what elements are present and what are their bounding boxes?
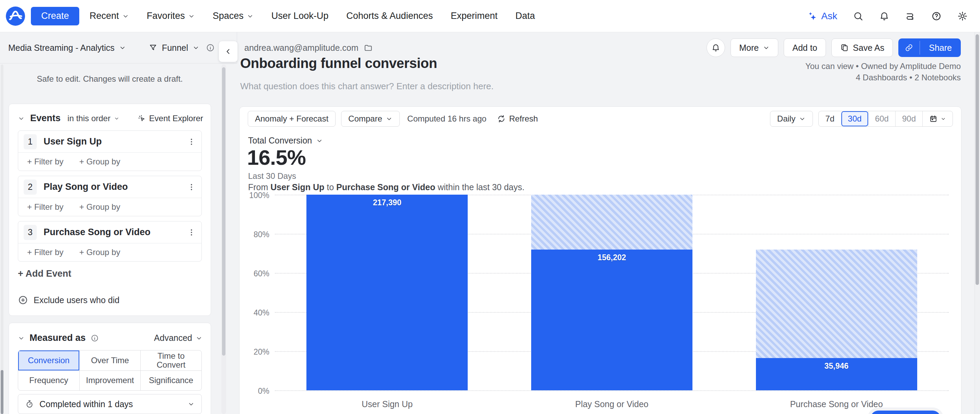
subscribe-bell-button[interactable]	[706, 38, 725, 57]
x-axis-label: Play Song or Video	[531, 399, 692, 409]
notifications-bell-icon[interactable]	[879, 11, 889, 21]
order-label-text: in this order	[68, 114, 110, 123]
measure-option-frequency[interactable]: Frequency	[18, 370, 79, 390]
compare-button[interactable]: Compare	[341, 111, 400, 127]
nav-item-favorites[interactable]: Favorites	[147, 11, 195, 21]
measure-option-time-to-convert[interactable]: Time to Convert	[140, 350, 201, 370]
chevron-down-icon	[196, 335, 202, 342]
event-row[interactable]: 3Purchase Song or Video	[18, 221, 201, 244]
event-explorer-button[interactable]: Event Explorer	[138, 114, 203, 123]
total-conversion-value: 16.5%	[247, 145, 306, 170]
interval-label: Daily	[777, 114, 795, 124]
add-to-label: Add to	[792, 43, 817, 53]
custom-date-range-button[interactable]	[922, 111, 953, 126]
funnel-bar-purchase-song-or-video[interactable]: 35,946	[756, 195, 917, 390]
range-7d-button[interactable]: 7d	[819, 111, 841, 126]
topnav-items: RecentFavoritesSpacesUser Look-UpCohorts…	[89, 11, 807, 21]
metric-type-dropdown[interactable]: Total Conversion	[248, 135, 323, 146]
bell-icon	[711, 43, 720, 52]
advanced-dropdown[interactable]: Advanced	[154, 333, 202, 343]
ownership-info: You can view • Owned by Amplitude Demo 4…	[805, 61, 961, 83]
filter-by-button[interactable]: + Filter by	[27, 157, 64, 167]
chevron-down-icon[interactable]	[18, 115, 25, 122]
anomaly-forecast-button[interactable]: Anomaly + Forecast	[248, 111, 336, 127]
nav-item-user-look-up[interactable]: User Look-Up	[271, 11, 329, 21]
event-card-play-song-or-video: 2Play Song or Video+ Filter by+ Group by	[18, 176, 202, 216]
measure-option-significance[interactable]: Significance	[140, 370, 201, 390]
copy-link-button[interactable]	[898, 38, 920, 57]
amplitude-logo-icon[interactable]	[5, 6, 25, 26]
page-title[interactable]: Onboarding funnel conversion	[240, 56, 437, 71]
kebab-menu-icon[interactable]	[187, 137, 196, 146]
kebab-menu-icon[interactable]	[187, 183, 196, 191]
permission-text: You can view • Owned by Amplitude Demo	[805, 61, 961, 72]
measure-option-conversion[interactable]: Conversion	[18, 350, 79, 370]
refresh-icon	[497, 114, 506, 123]
event-row[interactable]: 2Play Song or Video	[18, 176, 201, 198]
event-name: Play Song or Video	[44, 182, 180, 192]
floating-action-button-partial[interactable]	[870, 411, 940, 414]
chart-toolbar: Anomaly + Forecast Compare Computed 16 h…	[248, 111, 953, 127]
y-axis-tick: 80%	[254, 230, 269, 239]
nav-item-spaces[interactable]: Spaces	[213, 11, 254, 21]
help-icon[interactable]	[931, 11, 942, 21]
range-30d-button[interactable]: 30d	[841, 111, 868, 126]
interval-dropdown[interactable]: Daily	[770, 111, 813, 127]
sidebar-scrollbar-thumb[interactable]	[222, 67, 226, 356]
filter-by-button[interactable]: + Filter by	[27, 202, 64, 212]
search-icon[interactable]	[853, 11, 863, 21]
app-window: Create RecentFavoritesSpacesUser Look-Up…	[0, 0, 980, 414]
nav-item-experiment[interactable]: Experiment	[450, 11, 498, 21]
funnel-bar-user-sign-up[interactable]: 217,390	[306, 195, 468, 390]
left-scrollbar-track[interactable]	[1, 65, 3, 414]
save-as-button[interactable]: Save As	[831, 38, 893, 57]
completed-within-selector[interactable]: Completed within 1 days	[18, 394, 202, 414]
event-index-chip: 3	[24, 225, 37, 240]
chevron-down-icon	[940, 116, 946, 121]
chevron-down-icon	[386, 115, 393, 122]
nav-item-recent[interactable]: Recent	[89, 11, 129, 21]
group-by-button[interactable]: + Group by	[79, 202, 120, 212]
filter-by-button[interactable]: + Filter by	[27, 247, 64, 257]
event-row[interactable]: 1User Sign Up	[18, 131, 201, 153]
nav-item-label: Experiment	[450, 11, 498, 21]
refresh-button[interactable]: Refresh	[497, 114, 538, 124]
chevron-down-icon	[188, 401, 194, 408]
project-selector[interactable]: Media Streaming - Analytics	[8, 43, 126, 53]
exclude-users-button[interactable]: Exclude users who did	[18, 295, 202, 305]
chevron-down-icon[interactable]	[18, 335, 25, 342]
nav-item-label: User Look-Up	[271, 11, 329, 21]
chart-type-selector[interactable]: Funnel	[149, 43, 215, 53]
left-scrollbar-thumb[interactable]	[1, 370, 3, 414]
collapse-sidebar-button[interactable]	[219, 41, 238, 62]
window-scrollbar-thumb[interactable]	[975, 34, 979, 285]
create-button[interactable]: Create	[31, 7, 79, 25]
nav-item-label: Data	[515, 11, 535, 21]
funnel-bar-play-song-or-video[interactable]: 156,202	[531, 195, 692, 390]
range-60d-button[interactable]: 60d	[868, 111, 895, 126]
journeys-route-icon[interactable]	[905, 11, 915, 21]
nav-item-data[interactable]: Data	[515, 11, 535, 21]
desc-event-from: User Sign Up	[270, 182, 324, 192]
add-event-button[interactable]: + Add Event	[18, 268, 202, 279]
add-to-button[interactable]: Add to	[784, 38, 826, 57]
range-90d-button[interactable]: 90d	[895, 111, 922, 126]
share-button[interactable]: Share	[920, 38, 961, 57]
ask-button[interactable]: Ask	[807, 11, 837, 22]
event-order-dropdown[interactable]: in this order	[68, 114, 119, 123]
desc-mid: to	[324, 182, 336, 192]
more-button[interactable]: More	[730, 38, 778, 57]
converted-segment	[531, 250, 692, 390]
group-by-button[interactable]: + Group by	[79, 247, 120, 257]
settings-gear-icon[interactable]	[957, 11, 968, 21]
info-icon[interactable]	[206, 43, 215, 52]
chart-description-placeholder[interactable]: What question does this chart answer? En…	[240, 81, 494, 92]
nav-item-cohorts-audiences[interactable]: Cohorts & Audiences	[346, 11, 433, 21]
chevron-down-icon	[763, 44, 770, 51]
measure-option-improvement[interactable]: Improvement	[79, 370, 140, 390]
events-panel-title: Events	[30, 113, 61, 124]
kebab-menu-icon[interactable]	[187, 228, 196, 237]
group-by-button[interactable]: + Group by	[79, 157, 120, 167]
info-icon[interactable]	[91, 334, 99, 342]
measure-option-over-time[interactable]: Over Time	[79, 350, 140, 370]
